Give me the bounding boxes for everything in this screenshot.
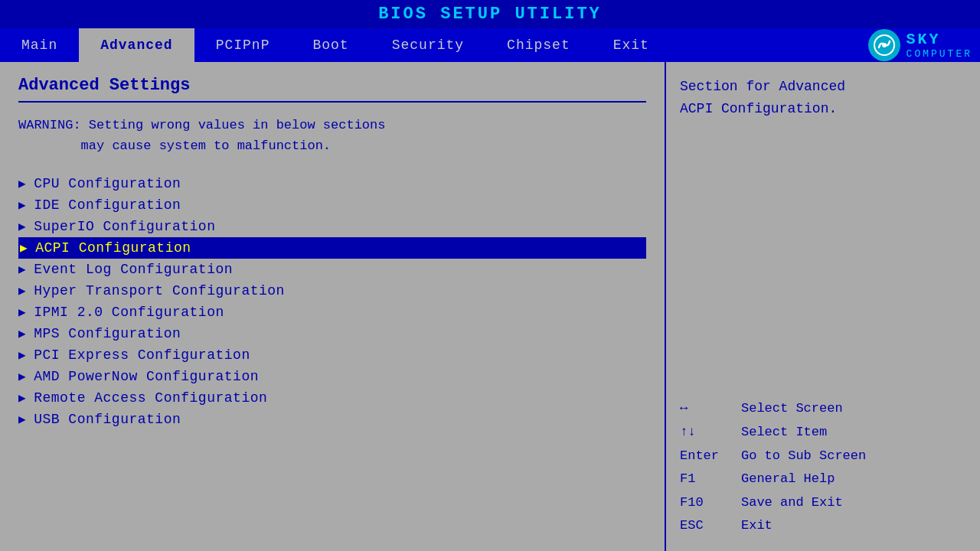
logo-top: SKY [906, 31, 972, 48]
menu-item[interactable]: ▶IDE Configuration [18, 194, 646, 216]
menu-item[interactable]: ▶PCI Express Configuration [18, 344, 646, 366]
menu-item[interactable]: ▶USB Configuration [18, 409, 646, 430]
menu-item-label: Event Log Configuration [34, 262, 233, 277]
menu-item[interactable]: ▶SuperIO Configuration [18, 216, 646, 237]
nav-item-pcipnp[interactable]: PCIPnP [194, 28, 292, 62]
arrow-icon: ▶ [18, 262, 26, 277]
panel-divider [18, 101, 646, 103]
key-description: Save and Exit [741, 491, 843, 515]
logo-bottom: COMPUTER [906, 48, 972, 60]
menu-item-label: CPU Configuration [34, 176, 181, 191]
menu-item-label: Hyper Transport Configuration [34, 283, 285, 298]
menu-item[interactable]: ▶ACPI Configuration [18, 237, 646, 259]
key-row: ↑↓Select Item [680, 421, 966, 445]
menu-item-label: MPS Configuration [34, 326, 181, 341]
arrow-icon: ▶ [20, 240, 28, 256]
key-description: Select Screen [741, 397, 843, 421]
arrow-icon: ▶ [18, 219, 26, 234]
key-row: F10Save and Exit [680, 491, 966, 515]
nav-item-boot[interactable]: Boot [291, 28, 370, 62]
menu-item-label: SuperIO Configuration [34, 219, 215, 234]
key-row: ↔Select Screen [680, 397, 966, 421]
menu-item-label: PCI Express Configuration [34, 347, 250, 363]
menu-item[interactable]: ▶CPU Configuration [18, 173, 646, 194]
nav-item-security[interactable]: Security [371, 28, 485, 62]
nav-bar: MainAdvancedPCIPnPBootSecurityChipsetExi… [0, 28, 980, 62]
arrow-icon: ▶ [18, 283, 26, 298]
nav-item-exit[interactable]: Exit [592, 28, 671, 62]
logo-area: SKY COMPUTER [868, 28, 980, 62]
key-label: Enter [680, 445, 741, 468]
nav-item-chipset[interactable]: Chipset [485, 28, 592, 62]
warning-content: WARNING: Setting wrong values in below s… [18, 118, 385, 153]
arrow-icon: ▶ [18, 390, 26, 406]
menu-item-label: IPMI 2.0 Configuration [34, 305, 224, 320]
key-row: ESCExit [680, 514, 966, 538]
menu-list: ▶CPU Configuration▶IDE Configuration▶Sup… [18, 173, 646, 430]
title-bar: BIOS SETUP UTILITY [0, 0, 980, 28]
menu-item-label: IDE Configuration [34, 197, 181, 213]
arrow-icon: ▶ [18, 412, 26, 427]
logo-icon [868, 29, 900, 61]
menu-item-label: USB Configuration [34, 412, 181, 427]
key-description: Go to Sub Screen [741, 445, 866, 468]
menu-item[interactable]: ▶Hyper Transport Configuration [18, 280, 646, 302]
arrow-icon: ▶ [18, 347, 26, 363]
key-row: EnterGo to Sub Screen [680, 445, 966, 468]
key-description: General Help [741, 468, 835, 491]
left-panel: Advanced Settings WARNING: Setting wrong… [0, 62, 666, 551]
nav-item-advanced[interactable]: Advanced [79, 28, 194, 62]
menu-item-label: Remote Access Configuration [34, 390, 267, 406]
key-label: F1 [680, 468, 741, 491]
menu-item[interactable]: ▶Remote Access Configuration [18, 387, 646, 409]
main-content: Advanced Settings WARNING: Setting wrong… [0, 62, 980, 551]
title-text: BIOS SETUP UTILITY [378, 5, 602, 24]
svg-point-1 [882, 43, 887, 47]
arrow-icon: ▶ [18, 305, 26, 320]
menu-item[interactable]: ▶Event Log Configuration [18, 259, 646, 280]
menu-item[interactable]: ▶AMD PowerNow Configuration [18, 366, 646, 387]
menu-item-label: AMD PowerNow Configuration [34, 369, 259, 384]
key-label: ↑↓ [680, 421, 741, 445]
logo-words: SKY COMPUTER [906, 31, 972, 60]
panel-title: Advanced Settings [18, 76, 646, 95]
menu-item[interactable]: ▶IPMI 2.0 Configuration [18, 302, 646, 323]
section-description: Section for Advanced ACPI Configuration. [680, 76, 966, 120]
sky-logo-svg [873, 34, 896, 57]
key-label: ESC [680, 514, 741, 538]
warning-text: WARNING: Setting wrong values in below s… [18, 115, 646, 156]
arrow-icon: ▶ [18, 369, 26, 384]
menu-item-label: ACPI Configuration [35, 240, 191, 256]
menu-item[interactable]: ▶MPS Configuration [18, 323, 646, 344]
key-label: ↔ [680, 397, 741, 421]
key-help: ↔Select Screen↑↓Select ItemEnterGo to Su… [680, 397, 966, 538]
arrow-icon: ▶ [18, 197, 26, 213]
right-panel: Section for Advanced ACPI Configuration.… [666, 62, 980, 551]
key-row: F1General Help [680, 468, 966, 491]
arrow-icon: ▶ [18, 176, 26, 191]
key-label: F10 [680, 491, 741, 515]
nav-item-main[interactable]: Main [0, 28, 79, 62]
nav-items-container: MainAdvancedPCIPnPBootSecurityChipsetExi… [0, 28, 671, 62]
key-description: Exit [741, 514, 773, 538]
arrow-icon: ▶ [18, 326, 26, 341]
key-description: Select Item [741, 421, 827, 445]
